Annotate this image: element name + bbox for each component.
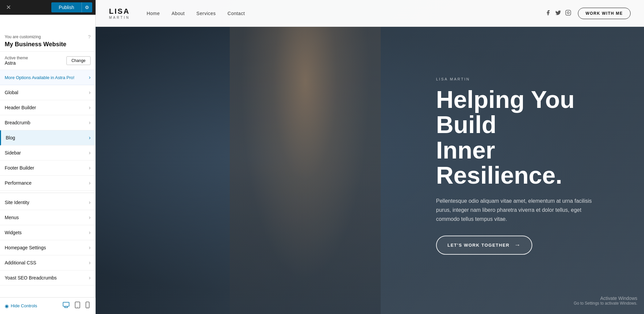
publish-button[interactable]: Publish [51,2,82,12]
change-theme-button[interactable]: Change [66,56,91,65]
sidebar-item-menus[interactable]: Menus › [0,210,95,225]
hero-cta-label: LET'S WORK TOGETHER [447,243,509,248]
promo-chevron-icon: › [89,74,91,80]
hero-title-line2: Inner Resilience. [436,137,562,189]
sidebar-bottom-bar: ◉ Hide Controls [0,297,96,314]
sidebar-item-global[interactable]: Global › [0,85,95,100]
hero-section: LISA MARTIN Helping You Build Inner Resi… [96,0,644,314]
nav-link-contact[interactable]: Contact [227,11,245,16]
hide-icon: ◉ [5,303,9,309]
mobile-device-button[interactable] [84,300,91,311]
hero-title: Helping You Build Inner Resilience. [436,87,624,188]
promo-item[interactable]: More Options Available in Astra Pro! › [0,70,95,85]
hero-title-line1: Helping You Build [436,86,575,138]
desktop-device-button[interactable] [61,300,71,311]
sidebar-header: You are customizing ? My Business Websit… [0,29,95,52]
customizing-label: You are customizing ? [5,34,91,40]
site-logo: LISA MARTIN [109,7,130,19]
customizing-text: You are customizing [5,35,41,39]
theme-info: Active theme Astra [5,56,28,66]
active-theme-row: Active theme Astra Change [0,52,95,70]
svg-point-5 [77,307,78,308]
hero-person-image [230,23,381,314]
sidebar-item-site-identity[interactable]: Site Identity › [0,195,95,210]
hide-controls-button[interactable]: ◉ Hide Controls [5,303,37,309]
top-bar: ✕ Publish ⚙ [0,0,96,15]
promo-label: More Options Available in Astra Pro! [5,75,74,80]
sidebar-separator [0,193,95,193]
facebook-icon[interactable] [545,10,551,17]
nav-cta-button[interactable]: WORK WITH ME [578,8,631,19]
nav-link-services[interactable]: Services [197,11,216,16]
active-theme-name: Astra [5,60,28,66]
hero-content: LISA MARTIN Helping You Build Inner Resi… [436,77,624,255]
sidebar-item-homepage-settings[interactable]: Homepage Settings › [0,240,95,255]
nav-link-about[interactable]: About [172,11,185,16]
sidebar-item-sidebar[interactable]: Sidebar › [0,145,95,161]
site-navigation: LISA MARTIN Home About Services Contact [96,0,644,27]
sidebar-item-blog[interactable]: Blog › [0,130,95,145]
publish-settings-button[interactable]: ⚙ [82,2,92,12]
website: LISA MARTIN Helping You Build Inner Resi… [96,0,644,314]
hero-cta-arrow-icon: → [514,242,521,249]
publish-area: Publish ⚙ [51,2,92,12]
svg-point-7 [87,307,88,308]
device-icons [61,300,91,311]
social-icons [545,10,571,17]
sidebar-item-header-builder[interactable]: Header Builder › [0,100,95,115]
help-icon[interactable]: ? [88,34,91,40]
twitter-icon[interactable] [555,10,561,17]
sidebar-item-widgets[interactable]: Widgets › [0,225,95,240]
preview-area: LISA MARTIN Helping You Build Inner Resi… [96,0,644,314]
site-title: My Business Website [5,41,91,48]
nav-divider [96,26,644,27]
sidebar-item-breadcrumb[interactable]: Breadcrumb › [0,115,95,130]
tablet-device-button[interactable] [73,300,82,311]
close-button[interactable]: ✕ [3,2,14,12]
logo-sub: MARTIN [109,16,130,19]
hero-body-text: Pellentesque odio aliquam vitae amet, el… [436,196,597,224]
hero-subtitle: LISA MARTIN [436,77,624,81]
hero-cta-button[interactable]: LET'S WORK TOGETHER → [436,236,532,255]
svg-rect-8 [566,10,571,15]
sidebar-item-additional-css[interactable]: Additional CSS › [0,255,95,270]
nav-link-home[interactable]: Home [147,11,160,16]
nav-right: WORK WITH ME [545,8,631,19]
sidebar-item-performance[interactable]: Performance › [0,176,95,191]
instagram-icon[interactable] [565,10,571,17]
hide-controls-label: Hide Controls [11,303,37,308]
sidebar: You are customizing ? My Business Websit… [0,0,96,314]
svg-rect-0 [63,302,69,306]
menu-list: Global › Header Builder › Breadcrumb › B… [0,85,95,286]
sidebar-item-footer-builder[interactable]: Footer Builder › [0,161,95,176]
sidebar-item-yoast-seo[interactable]: Yoast SEO Breadcrumbs › [0,270,95,286]
nav-links: Home About Services Contact [147,11,245,16]
logo-name: LISA [109,7,130,15]
active-theme-label: Active theme [5,56,28,60]
